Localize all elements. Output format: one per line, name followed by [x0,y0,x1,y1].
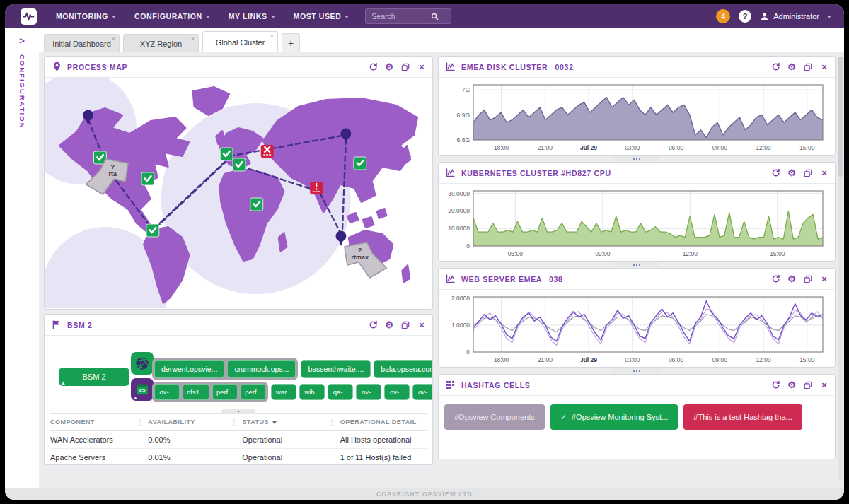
bsm-node-wib[interactable]: wib... [299,384,325,400]
kubernetes-cpu-chart: 30.000020.000010.0000006:0009:0012:0015:… [444,185,830,259]
clone-icon[interactable] [803,62,813,72]
main-nav: MONITORINGCONFIGURATIONMY LINKSMOST USED [47,12,358,20]
line-chart-icon [446,274,456,284]
network-globe-icon[interactable] [131,352,154,375]
table-cell: 0.01% [148,453,242,462]
panel-resize-handle[interactable] [438,368,836,374]
user-menu[interactable]: Administrator [760,12,831,21]
close-icon[interactable]: × [417,320,427,330]
tab-xyz-region[interactable]: XYZ Region× [123,34,199,52]
hashtag-cell[interactable]: ✓#Opsview Monitoring Syst... [550,404,678,430]
close-icon[interactable]: × [819,168,829,178]
refresh-icon[interactable] [770,274,780,284]
column-menu-icon[interactable]: ⋮ [231,418,238,426]
map-marker-check[interactable] [142,172,154,185]
bsm-node-qa[interactable]: qa-... [328,384,353,400]
table-cell: WAN Accelerators [50,435,148,444]
table-row[interactable]: WAN Accelerators0.00%OperationalAll Host… [50,431,427,449]
table-row[interactable]: Apache Servers0.01%Operational1 of 11 Ho… [50,449,427,465]
tab-close-icon[interactable]: × [191,36,195,42]
tab-close-icon[interactable]: × [112,36,115,42]
bsm-root-node[interactable]: BSM 2 ▲ [59,368,129,386]
nav-item-configuration[interactable]: CONFIGURATION [134,12,210,20]
bsm-node-war[interactable]: war... [271,384,296,400]
add-tab-button[interactable]: + [282,33,300,52]
column-menu-icon[interactable]: ⋮ [328,418,336,426]
bsm-node-derwentopsvie[interactable]: derwent.opsvie... [154,360,224,378]
opsview-logo-icon[interactable] [21,8,37,25]
bsm-node-perf[interactable]: perf... [241,384,266,400]
clone-icon[interactable] [803,274,813,284]
column-menu-icon[interactable]: ⋮ [137,418,144,426]
bsm-node-balaopseracom[interactable]: bala.opsera.com [374,360,433,378]
hashtag-grid-icon [446,380,456,390]
bsm-node-ov[interactable]: ov-... [412,384,433,400]
settings-gear-icon[interactable]: ⚙ [787,168,797,178]
chevron-down-icon [345,16,349,18]
settings-gear-icon[interactable]: ⚙ [787,380,797,390]
dashboard-area: PROCESS MAP ⚙ × [39,52,844,488]
chevron-down-icon [271,16,275,18]
tab-initial-dashboard[interactable]: Initial Dashboard× [44,34,120,52]
refresh-icon[interactable] [770,380,780,390]
bsm-node-perf[interactable]: perf... [212,384,238,400]
clone-icon[interactable] [803,168,813,178]
column-header-availability[interactable]: AVAILABILITY⋮ [148,414,242,430]
settings-gear-icon[interactable]: ⚙ [384,62,394,72]
refresh-icon[interactable] [770,62,780,72]
map-marker-check[interactable] [220,148,233,160]
settings-gear-icon[interactable]: ⚙ [787,274,797,284]
nav-item-monitoring[interactable]: MONITORING [56,12,116,20]
notifications-badge[interactable]: 4 [716,9,730,23]
map-marker-error[interactable] [310,182,323,194]
clone-icon[interactable] [400,320,410,330]
refresh-icon[interactable] [368,62,378,72]
table-resize-handle[interactable] [221,409,255,414]
table-cell: Operational [242,453,340,462]
bsm-node-ov[interactable]: ov-... [356,384,381,400]
settings-gear-icon[interactable]: ⚙ [384,320,394,330]
close-icon[interactable]: × [819,274,829,284]
hashtag-cell[interactable]: #This is a test Hashtag tha... [683,404,802,430]
column-header-status[interactable]: STATUS ⋮ [242,414,340,430]
refresh-icon[interactable] [368,320,378,330]
search-box[interactable] [365,8,451,24]
bsm-node-nfs1[interactable]: nfs1... [183,384,209,400]
bsm-node-crummockops[interactable]: crummock.ops... [227,360,296,378]
world-process-map[interactable]: ?rta?rtmax [45,78,432,308]
clone-icon[interactable] [400,62,410,72]
nav-item-my-links[interactable]: MY LINKS [229,12,275,20]
tab-global-cluster[interactable]: Global Cluster× [202,31,278,52]
bsm-node-bassenthwaite[interactable]: bassenthwaite.... [301,360,371,378]
nav-item-most-used[interactable]: MOST USED [294,12,350,20]
map-marker-check[interactable] [233,158,246,171]
map-marker-error[interactable] [261,145,274,158]
column-header-component[interactable]: COMPONENT⋮ [50,414,148,430]
bsm-node-ov[interactable]: ov-... [154,384,180,400]
host-terminal-icon[interactable]: <> ▲ [131,378,154,401]
hashtag-cell[interactable]: #Opsview Components [444,404,545,430]
close-icon[interactable]: × [819,380,829,390]
refresh-icon[interactable] [770,168,780,178]
expand-rail-chevron-icon[interactable]: > [19,35,25,46]
map-marker-check[interactable] [146,224,159,237]
hashtag-cells-panel: HASHTAG CELLS ⚙ × #Opsview Components✓#O… [438,374,836,459]
column-header-operational-detail[interactable]: OPERATIONAL DETAIL [340,414,427,430]
map-marker-check[interactable] [250,198,263,211]
close-icon[interactable]: × [819,62,829,72]
map-marker-check[interactable] [354,157,366,170]
configuration-rail-label[interactable]: CONFIGURATION [18,54,26,129]
help-icon[interactable]: ? [739,10,751,23]
svg-text:09:00: 09:00 [712,144,728,151]
bsm-node-ov[interactable]: ov-... [384,384,410,400]
svg-text:Jul 29: Jul 29 [580,144,597,151]
panel-resize-handle[interactable] [438,156,836,162]
scrollbar[interactable] [838,57,843,481]
close-icon[interactable]: × [417,62,427,72]
chevron-down-icon [112,16,116,18]
search-input[interactable] [370,11,431,21]
clone-icon[interactable] [803,380,813,390]
settings-gear-icon[interactable]: ⚙ [787,62,797,72]
tab-close-icon[interactable]: × [270,33,274,40]
panel-resize-handle[interactable] [438,262,836,268]
